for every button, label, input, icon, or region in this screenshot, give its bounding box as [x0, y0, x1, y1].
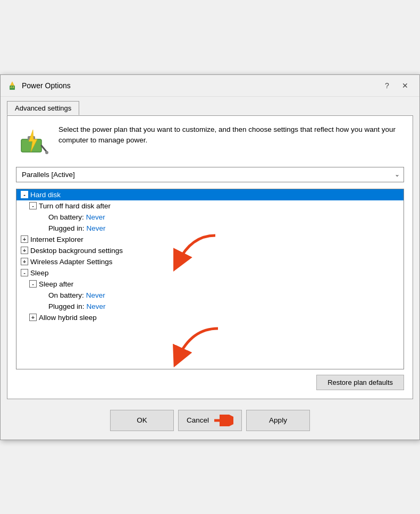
- tree-item-wireless-adapter[interactable]: +Wireless Adapter Settings: [16, 256, 404, 267]
- tree-view[interactable]: -Hard disk-Turn off hard disk afterOn ba…: [16, 189, 404, 369]
- tree-container: -Hard disk-Turn off hard disk afterOn ba…: [16, 189, 404, 369]
- window-title: Power Options: [22, 81, 71, 90]
- tree-item-label: Turn off hard disk after: [39, 202, 111, 210]
- tree-item-turn-off-hard-disk[interactable]: -Turn off hard disk after: [16, 200, 404, 212]
- tree-item-label: Desktop background settings: [30, 247, 123, 255]
- title-bar-controls: ? ✕: [379, 79, 413, 92]
- tree-item-label: Plugged in:: [48, 302, 85, 310]
- tab-advanced-settings[interactable]: Advanced settings: [7, 101, 79, 115]
- cancel-arrow-icon: [213, 415, 233, 426]
- apply-button[interactable]: Apply: [246, 410, 310, 431]
- battery-icon: [16, 124, 50, 158]
- plan-dropdown-wrapper: Parallels [Active] ⌄: [16, 167, 404, 182]
- expand-icon[interactable]: +: [21, 247, 28, 254]
- collapse-icon[interactable]: -: [29, 280, 37, 288]
- tree-item-label: Wireless Adapter Settings: [30, 258, 113, 266]
- svg-marker-1: [10, 81, 14, 86]
- svg-line-7: [41, 146, 47, 152]
- collapse-icon[interactable]: -: [21, 191, 28, 198]
- tree-item-value[interactable]: Never: [86, 291, 105, 299]
- tree-item-desktop-background[interactable]: +Desktop background settings: [16, 245, 404, 256]
- tree-item-hard-disk[interactable]: -Hard disk: [16, 189, 404, 200]
- power-options-icon: [7, 80, 18, 91]
- tree-item-on-battery-sleep[interactable]: On battery: Never: [16, 290, 404, 301]
- expand-icon[interactable]: +: [29, 314, 37, 321]
- bottom-bar: OK Cancel Apply: [1, 405, 419, 440]
- tree-item-value[interactable]: Never: [87, 302, 106, 310]
- svg-rect-0: [10, 86, 15, 90]
- help-button[interactable]: ?: [379, 79, 395, 92]
- tree-item-plugged-in-sleep[interactable]: Plugged in: Never: [16, 301, 404, 312]
- ok-button[interactable]: OK: [110, 410, 174, 431]
- expand-icon[interactable]: +: [21, 258, 28, 265]
- tree-item-value[interactable]: Never: [86, 213, 105, 221]
- power-options-dialog: Power Options ? ✕ Advanced settings: [0, 74, 420, 440]
- description-row: Select the power plan that you want to c…: [16, 124, 404, 158]
- tree-item-internet-explorer[interactable]: +Internet Explorer: [16, 234, 404, 245]
- tree-item-label: Plugged in:: [48, 224, 85, 232]
- tree-item-label: Allow hybrid sleep: [39, 314, 97, 322]
- tree-item-label: Internet Explorer: [30, 235, 83, 243]
- tree-item-allow-hybrid-sleep[interactable]: +Allow hybrid sleep: [16, 312, 404, 323]
- restore-plan-defaults-button[interactable]: Restore plan defaults: [316, 375, 404, 390]
- tree-item-sleep-after[interactable]: -Sleep after: [16, 279, 404, 290]
- plan-dropdown[interactable]: Parallels [Active]: [16, 167, 404, 182]
- tree-item-on-battery-hard[interactable]: On battery: Never: [16, 212, 404, 223]
- expand-icon[interactable]: +: [21, 235, 28, 243]
- cancel-button[interactable]: Cancel: [178, 410, 242, 431]
- tree-item-label: Hard disk: [30, 191, 61, 199]
- tree-item-label: Sleep after: [39, 280, 73, 288]
- title-bar: Power Options ? ✕: [1, 75, 419, 97]
- tree-item-label: On battery:: [48, 291, 84, 299]
- tree-item-label: On battery:: [48, 213, 84, 221]
- tree-item-value[interactable]: Never: [87, 224, 106, 232]
- main-content: Select the power plan that you want to c…: [7, 115, 413, 399]
- tree-item-label: Sleep: [30, 269, 49, 277]
- tab-strip: Advanced settings: [1, 97, 419, 115]
- collapse-icon[interactable]: -: [29, 202, 37, 209]
- description-text: Select the power plan that you want to c…: [58, 124, 404, 146]
- restore-row: Restore plan defaults: [16, 375, 404, 390]
- tree-item-plugged-in-hard[interactable]: Plugged in: Never: [16, 223, 404, 234]
- tree-item-sleep[interactable]: -Sleep: [16, 267, 404, 279]
- close-button[interactable]: ✕: [397, 79, 413, 92]
- svg-point-8: [45, 151, 48, 154]
- collapse-icon[interactable]: -: [21, 269, 28, 276]
- title-bar-left: Power Options: [7, 80, 71, 91]
